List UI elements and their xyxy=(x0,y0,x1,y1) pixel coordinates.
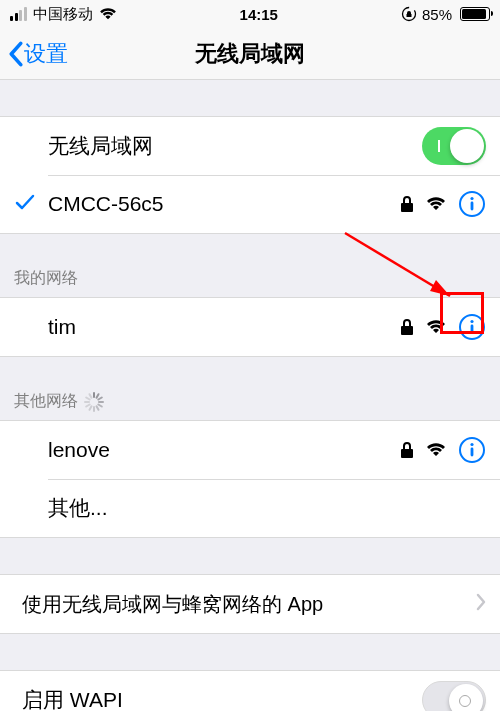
page-title: 无线局域网 xyxy=(195,39,305,69)
lock-icon xyxy=(400,318,414,336)
svg-rect-3 xyxy=(471,202,474,211)
status-left: 中国移动 xyxy=(10,5,117,24)
svg-rect-6 xyxy=(471,325,474,334)
lock-icon xyxy=(400,195,414,213)
info-icon[interactable] xyxy=(458,313,486,341)
spinner-icon xyxy=(84,392,104,412)
wifi-status-icon xyxy=(99,7,117,21)
wapi-toggle[interactable] xyxy=(422,681,486,711)
other-networks-label: 其他网络 xyxy=(14,391,78,412)
battery-icon xyxy=(460,7,490,21)
wlan-section: 无线局域网 CMCC-56c5 xyxy=(0,116,500,234)
lock-icon xyxy=(400,441,414,459)
back-button[interactable]: 设置 xyxy=(8,39,68,69)
other-network-row[interactable]: 其他... xyxy=(0,479,500,537)
wifi-icon xyxy=(426,442,446,458)
wlan-toggle-row: 无线局域网 xyxy=(0,117,500,175)
wifi-icon xyxy=(426,196,446,212)
wapi-section: 启用 WAPI xyxy=(0,670,500,711)
status-time: 14:15 xyxy=(240,6,278,23)
network-ssid: tim xyxy=(48,315,400,339)
svg-point-2 xyxy=(470,197,473,200)
apps-using-wlan-row[interactable]: 使用无线局域网与蜂窝网络的 App xyxy=(0,575,500,633)
svg-point-5 xyxy=(470,320,473,323)
status-right: 85% xyxy=(401,6,490,23)
info-icon[interactable] xyxy=(458,436,486,464)
other-networks-header: 其他网络 xyxy=(0,381,500,420)
wapi-label: 启用 WAPI xyxy=(22,686,422,711)
network-ssid: lenove xyxy=(48,438,400,462)
svg-rect-9 xyxy=(471,448,474,457)
network-row-tim[interactable]: tim xyxy=(0,298,500,356)
status-bar: 中国移动 14:15 85% xyxy=(0,0,500,28)
info-icon[interactable] xyxy=(458,190,486,218)
apps-section: 使用无线局域网与蜂窝网络的 App xyxy=(0,574,500,634)
my-networks-header: 我的网络 xyxy=(0,258,500,297)
checkmark-icon xyxy=(14,191,36,217)
wlan-toggle-label: 无线局域网 xyxy=(48,132,422,160)
my-networks-section: tim xyxy=(0,297,500,357)
chevron-left-icon xyxy=(8,41,24,67)
network-row-lenove[interactable]: lenove xyxy=(0,421,500,479)
nav-bar: 设置 无线局域网 xyxy=(0,28,500,80)
wlan-toggle[interactable] xyxy=(422,127,486,165)
svg-point-8 xyxy=(470,443,473,446)
cellular-signal-icon xyxy=(10,7,27,21)
wapi-row: 启用 WAPI xyxy=(0,671,500,711)
carrier-label: 中国移动 xyxy=(33,5,93,24)
other-networks-section: lenove 其他... xyxy=(0,420,500,538)
connected-network-row[interactable]: CMCC-56c5 xyxy=(0,175,500,233)
orientation-lock-icon xyxy=(401,6,417,22)
other-label: 其他... xyxy=(48,494,486,522)
connected-ssid: CMCC-56c5 xyxy=(48,192,400,216)
apps-label: 使用无线局域网与蜂窝网络的 App xyxy=(22,591,476,618)
wifi-icon xyxy=(426,319,446,335)
chevron-right-icon xyxy=(476,593,486,615)
back-label: 设置 xyxy=(24,39,68,69)
battery-percent: 85% xyxy=(422,6,452,23)
